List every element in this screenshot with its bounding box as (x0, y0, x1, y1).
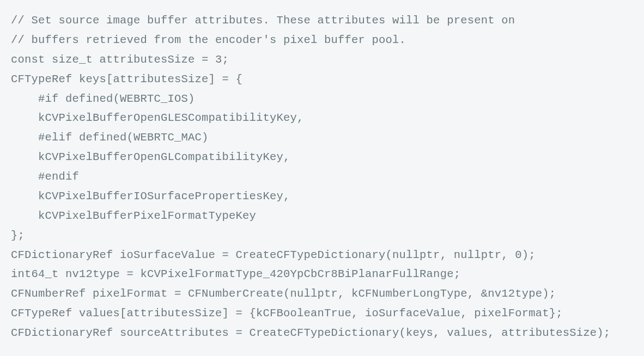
code-line: int64_t nv12type = kCVPixelFormatType_42… (11, 265, 633, 284)
code-line: kCVPixelBufferIOSurfacePropertiesKey, (11, 187, 633, 206)
code-line: #elif defined(WEBRTC_MAC) (11, 128, 633, 148)
code-line: CFDictionaryRef ioSurfaceValue = CreateC… (11, 245, 633, 265)
code-line: CFTypeRef keys[attributesSize] = { (11, 70, 633, 89)
code-line: #endif (11, 167, 633, 187)
code-line: const size_t attributesSize = 3; (11, 50, 633, 70)
code-line: kCVPixelBufferOpenGLCompatibilityKey, (11, 148, 633, 167)
code-line: CFNumberRef pixelFormat = CFNumberCreate… (11, 284, 633, 304)
code-line: // Set source image buffer attributes. T… (11, 11, 633, 30)
code-line: CFTypeRef values[attributesSize] = {kCFB… (11, 304, 633, 323)
code-line: CFDictionaryRef sourceAttributes = Creat… (11, 323, 633, 343)
code-line: kCVPixelBufferPixelFormatTypeKey (11, 206, 633, 226)
code-line: kCVPixelBufferOpenGLESCompatibilityKey, (11, 108, 633, 128)
code-block: // Set source image buffer attributes. T… (0, 0, 644, 354)
code-line: }; (11, 226, 633, 245)
code-line: #if defined(WEBRTC_IOS) (11, 89, 633, 109)
code-line: // buffers retrieved from the encoder's … (11, 30, 633, 50)
